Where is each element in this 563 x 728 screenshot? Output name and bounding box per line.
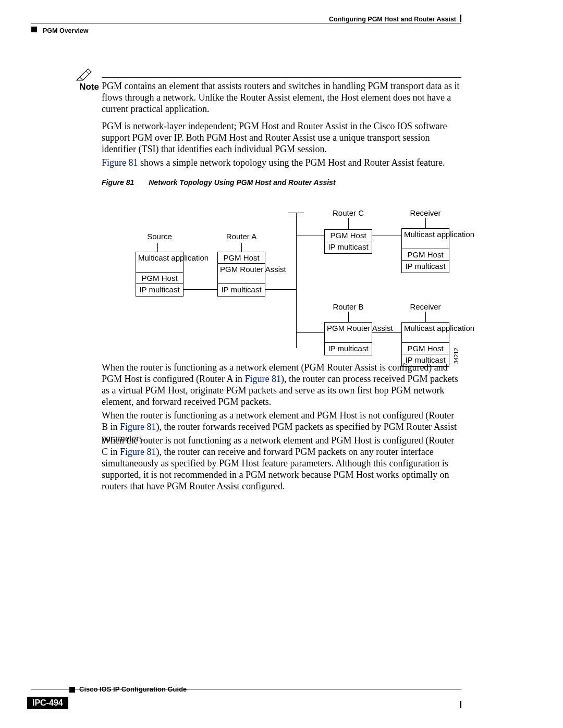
node-receiver1-layer-0: Multicast application [401, 228, 449, 249]
connector [296, 223, 297, 348]
note-label: Note [73, 82, 99, 92]
connector [157, 243, 158, 252]
header-square-icon [31, 27, 37, 32]
connector [288, 213, 304, 213]
connector [183, 289, 217, 290]
connector [425, 312, 426, 322]
network-diagram: Source Multicast application PGM Host IP… [102, 193, 461, 365]
node-receiver1-layer-1: PGM Host [401, 249, 449, 262]
footer-tick [460, 701, 461, 708]
node-receiver1-layer-2: IP multicast [401, 260, 449, 273]
figure-link[interactable]: Figure 81 [245, 374, 282, 384]
node-receiver2-layer-0: Multicast application [401, 322, 449, 343]
figure-id: 34212 [453, 348, 459, 364]
node-receiver2-layer-1: PGM Host [401, 342, 449, 355]
node-routerB-title: Router B [324, 302, 372, 311]
node-routerC-layer-1: IP multicast [324, 241, 372, 254]
node-routerC-title: Router C [324, 208, 372, 217]
node-source-title: Source [136, 232, 183, 241]
node-source-layer-2: IP multicast [136, 283, 183, 297]
footer-square-icon [69, 687, 75, 693]
node-receiver1-title: Receiver [401, 208, 449, 217]
connector [265, 289, 297, 290]
node-routerB-layer-1: IP multicast [324, 342, 372, 355]
figure-caption-text: Network Topology Using PGM Host and Rout… [149, 178, 335, 187]
connector [372, 236, 401, 236]
paragraph-2: Figure 81 shows a simple network topolog… [102, 157, 461, 169]
figure-link[interactable]: Figure 81 [102, 157, 138, 168]
header-section: PGM Overview [43, 27, 89, 34]
footer-book-title: Cisco IOS IP Configuration Guide [79, 685, 187, 693]
note-body: PGM contains an element that assists rou… [102, 81, 461, 115]
pencil-icon [76, 68, 93, 83]
node-routerA-layer-1: PGM Router Assist [217, 263, 265, 284]
connector [241, 243, 242, 252]
connector [425, 218, 426, 228]
footer-page-number: IPC-494 [27, 697, 68, 709]
paragraph-1: PGM is network-layer independent; PGM Ho… [102, 121, 461, 155]
header-chapter: Configuring PGM Host and Router Assist [329, 16, 456, 23]
connector [348, 312, 349, 322]
connector [372, 332, 401, 333]
note-rule [102, 77, 461, 78]
figure-link[interactable]: Figure 81 [120, 422, 156, 432]
connector [296, 236, 324, 236]
connector [348, 218, 349, 229]
connector [296, 332, 324, 333]
node-receiver2-title: Receiver [401, 302, 449, 311]
figure-caption: Figure 81Network Topology Using PGM Host… [102, 178, 336, 187]
paragraph-3: When the router is functioning as a netw… [102, 362, 461, 408]
paragraph-5: When the router is not functioning as a … [102, 435, 461, 492]
node-routerC-layer-0: PGM Host [324, 229, 372, 242]
paragraph-2-tail: shows a simple network topology using th… [138, 157, 445, 168]
node-routerA-title: Router A [217, 232, 265, 241]
node-routerA-layer-0: PGM Host [217, 252, 265, 265]
node-routerA-layer-2: IP multicast [217, 283, 265, 297]
connector [296, 213, 297, 223]
node-source-layer-0: Multicast application [136, 252, 183, 273]
node-source-layer-1: PGM Host [136, 272, 183, 285]
node-routerB-layer-0: PGM Router Assist [324, 322, 372, 343]
figure-link[interactable]: Figure 81 [120, 447, 156, 457]
header-tick [460, 15, 461, 22]
figure-number: Figure 81 [102, 178, 134, 187]
header-rule [31, 23, 461, 23]
